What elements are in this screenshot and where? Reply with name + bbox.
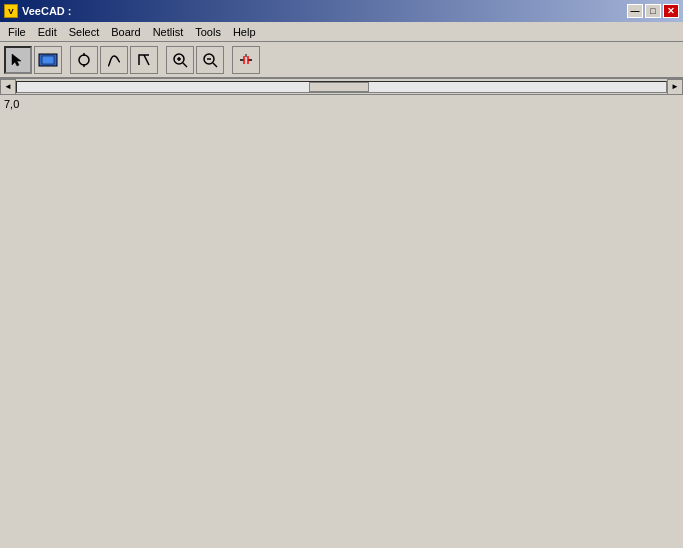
board-tool-button[interactable] xyxy=(34,46,62,74)
coordinates: 7,0 xyxy=(4,98,19,110)
title-controls: — □ ✕ xyxy=(627,4,679,18)
menu-help[interactable]: Help xyxy=(227,23,262,41)
scroll-thumb[interactable] xyxy=(309,82,369,92)
menu-netlist[interactable]: Netlist xyxy=(147,23,190,41)
minimize-button[interactable]: — xyxy=(627,4,643,18)
svg-rect-2 xyxy=(42,56,54,64)
app-icon: V xyxy=(4,4,18,18)
svg-marker-0 xyxy=(12,54,21,66)
menu-tools[interactable]: Tools xyxy=(189,23,227,41)
scroll-track[interactable] xyxy=(16,81,667,93)
wire-tool-button[interactable] xyxy=(100,46,128,74)
menu-file[interactable]: File xyxy=(2,23,32,41)
title-text: V VeeCAD : xyxy=(4,4,72,18)
select-tool-button[interactable] xyxy=(4,46,32,74)
zoom-in-button[interactable] xyxy=(166,46,194,74)
scroll-right-button[interactable]: ► xyxy=(667,79,683,95)
toolbar-separator-2 xyxy=(160,46,164,74)
toolbar xyxy=(0,42,683,78)
maximize-button[interactable]: □ xyxy=(645,4,661,18)
zoom-out-button[interactable] xyxy=(196,46,224,74)
component-tool-button[interactable] xyxy=(70,46,98,74)
toolbar-separator-3 xyxy=(226,46,230,74)
menu-board[interactable]: Board xyxy=(105,23,146,41)
svg-line-7 xyxy=(183,63,187,67)
netlist-tool-button[interactable] xyxy=(232,46,260,74)
flip-tool-button[interactable] xyxy=(130,46,158,74)
menu-select[interactable]: Select xyxy=(63,23,106,41)
status-bar: 7,0 xyxy=(0,94,683,112)
title-bar: V VeeCAD : — □ ✕ xyxy=(0,0,683,22)
menu-bar: File Edit Select Board Netlist Tools Hel… xyxy=(0,22,683,42)
svg-line-11 xyxy=(213,63,217,67)
menu-edit[interactable]: Edit xyxy=(32,23,63,41)
toolbar-separator-1 xyxy=(64,46,68,74)
window-title: VeeCAD : xyxy=(22,5,72,17)
svg-point-3 xyxy=(79,55,89,65)
close-button[interactable]: ✕ xyxy=(663,4,679,18)
horizontal-scrollbar[interactable]: ◄ ► xyxy=(0,78,683,94)
scroll-left-button[interactable]: ◄ xyxy=(0,79,16,95)
